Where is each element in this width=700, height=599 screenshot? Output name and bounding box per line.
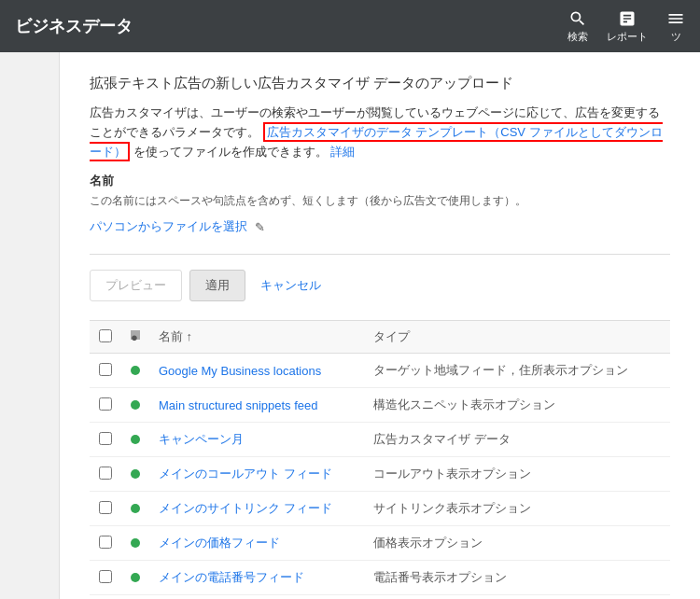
sidebar [0, 52, 60, 599]
field-label: 名前 [90, 173, 670, 189]
table-row: キャンペーン月 広告カスタマイザ データ [90, 423, 670, 457]
table-row: Google My Business locations ターゲット地域フィード… [90, 354, 670, 388]
status-dot-0 [131, 366, 140, 375]
row-status-cell [121, 388, 149, 423]
search-nav-button[interactable]: 検索 [567, 9, 588, 44]
row-checkbox-cell [90, 561, 121, 595]
row-status-cell [121, 423, 149, 457]
detail-link[interactable]: 詳細 [330, 145, 355, 159]
row-checkbox-6[interactable] [99, 570, 112, 583]
row-type-2: 広告カスタマイザ データ [364, 423, 670, 457]
report-label: レポート [607, 30, 648, 44]
row-status-cell [121, 354, 149, 388]
header-status-cell: ● [121, 321, 149, 354]
row-name-4[interactable]: メインのサイトリンク フィード [149, 492, 364, 526]
row-name-6[interactable]: メインの電話番号フィード [149, 561, 364, 595]
status-dot-6 [131, 573, 140, 582]
edit-icon[interactable]: ✎ [255, 220, 265, 234]
row-status-cell [121, 457, 149, 492]
pagination: 7件中 1～7 件を表示 [90, 595, 670, 599]
row-name-1[interactable]: Main structured snippets feed [149, 388, 364, 423]
row-checkbox-0[interactable] [99, 363, 112, 376]
upload-section: 拡張テキスト広告の新しい広告カスタマイザ データのアップロード 広告カスタマイザ… [90, 75, 670, 235]
row-type-5: 価格表示オプション [364, 526, 670, 561]
action-row: プレビュー 適用 キャンセル [90, 270, 670, 301]
row-checkbox-2[interactable] [99, 432, 112, 445]
row-name-3[interactable]: メインのコールアウト フィード [149, 457, 364, 492]
report-icon [618, 9, 637, 28]
status-dot-2 [131, 435, 140, 444]
data-table: ● 名前 ↑ タイプ Google My Business locations [90, 320, 670, 595]
header-type-col: タイプ [364, 321, 670, 354]
row-name-0[interactable]: Google My Business locations [149, 354, 364, 388]
tools-icon [666, 9, 685, 28]
table-header-row: ● 名前 ↑ タイプ [90, 321, 670, 354]
cancel-button[interactable]: キャンセル [253, 271, 329, 300]
header-type-label: タイプ [373, 329, 410, 343]
status-dot-3 [131, 469, 140, 479]
header-checkbox-cell [90, 321, 121, 354]
row-type-4: サイトリンク表示オプション [364, 492, 670, 526]
status-dot-5 [131, 538, 140, 548]
table-row: メインの電話番号フィード 電話番号表示オプション [90, 561, 670, 595]
row-checkbox-cell [90, 492, 121, 526]
main-layout: 拡張テキスト広告の新しい広告カスタマイザ データのアップロード 広告カスタマイザ… [0, 52, 700, 599]
row-type-3: コールアウト表示オプション [364, 457, 670, 492]
row-checkbox-cell [90, 526, 121, 561]
search-icon [568, 9, 587, 28]
status-dot-4 [131, 504, 140, 513]
header-title: ビジネスデータ [15, 15, 133, 37]
file-select-row: パソコンからファイルを選択 ✎ [90, 218, 670, 235]
row-checkbox-1[interactable] [99, 397, 112, 411]
report-nav-button[interactable]: レポート [607, 9, 648, 44]
table-row: Main structured snippets feed 構造化スニペット表示… [90, 388, 670, 423]
row-checkbox-cell [90, 423, 121, 457]
header: ビジネスデータ 検索 レポート ツ [0, 0, 700, 52]
header-name-col[interactable]: 名前 ↑ [149, 321, 364, 354]
table-row: メインのコールアウト フィード コールアウト表示オプション [90, 457, 670, 492]
status-dot-1 [131, 400, 140, 410]
header-name-label: 名前 ↑ [159, 329, 192, 343]
table-row: メインの価格フィード 価格表示オプション [90, 526, 670, 561]
row-checkbox-cell [90, 457, 121, 492]
row-checkbox-cell [90, 354, 121, 388]
upload-desc: 広告カスタマイザは、ユーザーの検索やユーザーが閲覧しているウェブページに応じて、… [90, 104, 670, 161]
row-checkbox-cell [90, 388, 121, 423]
select-all-checkbox[interactable] [99, 329, 112, 342]
row-status-cell [121, 526, 149, 561]
row-status-cell [121, 492, 149, 526]
divider-1 [90, 254, 670, 255]
row-type-1: 構造化スニペット表示オプション [364, 388, 670, 423]
search-label: 検索 [567, 30, 588, 44]
upload-title: 拡張テキスト広告の新しい広告カスタマイザ データのアップロード [90, 75, 670, 92]
file-select-link[interactable]: パソコンからファイルを選択 [90, 218, 247, 235]
row-name-2[interactable]: キャンペーン月 [149, 423, 364, 457]
row-checkbox-5[interactable] [99, 536, 112, 549]
row-type-0: ターゲット地域フィード，住所表示オプション [364, 354, 670, 388]
table-row: メインのサイトリンク フィード サイトリンク表示オプション [90, 492, 670, 526]
preview-button[interactable]: プレビュー [90, 270, 182, 301]
row-checkbox-4[interactable] [99, 501, 112, 514]
tools-label: ツ [671, 30, 681, 44]
content-area: 拡張テキスト広告の新しい広告カスタマイザ データのアップロード 広告カスタマイザ… [60, 52, 700, 599]
desc-after: を使ってファイルを作成できます。 [133, 145, 328, 159]
row-type-6: 電話番号表示オプション [364, 561, 670, 595]
header-status-dot: ● [131, 330, 140, 340]
tools-nav-button[interactable]: ツ [666, 9, 685, 44]
header-icons: 検索 レポート ツ [567, 9, 685, 44]
apply-button[interactable]: 適用 [189, 270, 245, 301]
row-checkbox-3[interactable] [99, 467, 112, 480]
table-body: Google My Business locations ターゲット地域フィード… [90, 354, 670, 595]
row-status-cell [121, 561, 149, 595]
field-desc: この名前にはスペースや句読点を含めず、短くします（後から広告文で使用します）。 [90, 193, 670, 209]
row-name-5[interactable]: メインの価格フィード [149, 526, 364, 561]
